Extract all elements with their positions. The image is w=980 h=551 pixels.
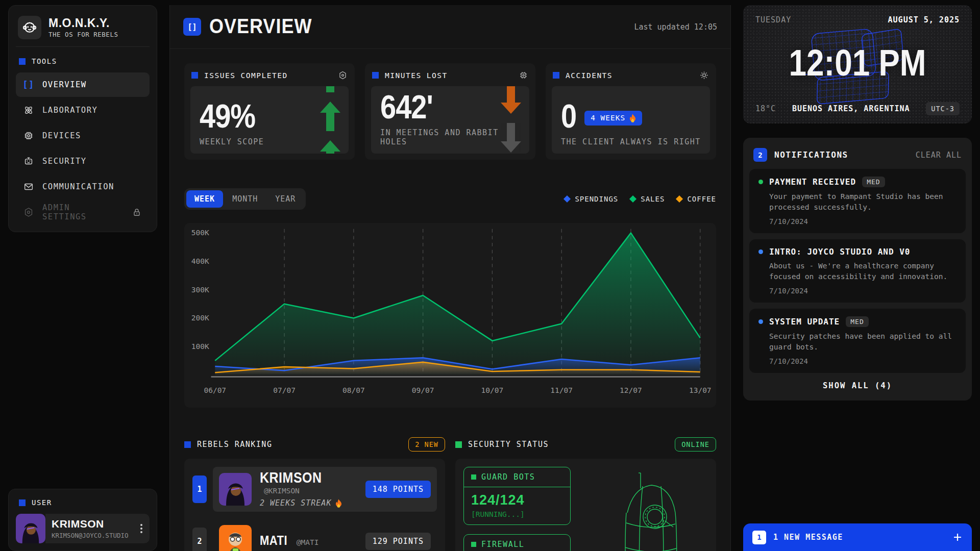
main-panel: [] OVERVIEW Last updated 12:05 ISSUES CO…	[169, 5, 731, 551]
monkey-logo-icon	[18, 16, 41, 39]
location-label: BUENOS AIRES, ARGENTINA	[776, 104, 926, 113]
overview-brackets-icon: []	[183, 18, 201, 36]
legend-coffee: COFFEE	[677, 195, 716, 203]
sidebar-item-label: ADMIN SETTINGS	[42, 203, 115, 221]
status-dot-icon	[758, 180, 763, 184]
user-meta: KRIMSON KRIMSON@JOYCO.STUDIO	[45, 514, 150, 543]
stat-caption: WEEKLY SCOPE	[200, 137, 339, 146]
time-display: 12:01 PM	[789, 42, 926, 84]
lock-icon	[131, 207, 142, 218]
app-subtitle: THE OS FOR REBELS	[48, 31, 118, 38]
settings-hexagon-icon[interactable]	[338, 70, 348, 80]
stat-title: ISSUES COMPLETED	[204, 71, 288, 80]
chart-legend: SPENDINGS SALES COFFEE	[565, 195, 716, 203]
stat-card-accidents: ACCIDENTS 0 4 WEEKS THE CLIENT ALWAYS IS…	[546, 63, 716, 160]
notification-item-payment[interactable]: PAYMENT RECEIVED MED Your payment to Ram…	[749, 169, 966, 233]
show-all-button[interactable]: SHOW ALL (4)	[749, 373, 966, 394]
notification-body: Your payment to Rampant Studio has been …	[769, 191, 957, 213]
trend-down-arrows	[501, 86, 521, 154]
tab-year[interactable]: YEAR	[267, 190, 304, 208]
online-badge: ONLINE	[675, 437, 716, 452]
new-badge: 2 NEW	[408, 437, 445, 452]
stat-value: 49%	[200, 100, 255, 133]
ranking-row-1[interactable]: 1	[192, 467, 437, 512]
stat-card-minutes: MINUTES LOST 642' IN MEETINGS AND RABBIT…	[365, 63, 535, 160]
notification-title: SYSTEM UPDATE	[769, 317, 840, 327]
avatar	[219, 473, 252, 506]
message-label: 1 NEW MESSAGE	[773, 533, 843, 542]
stat-value: 0	[561, 100, 576, 133]
chip-icon	[23, 130, 34, 141]
tools-section-label: TOOLS	[19, 57, 146, 65]
sidebar-main-card: M.O.N.K.Y. THE OS FOR REBELS TOOLS [] OV…	[8, 5, 157, 232]
chart-canvas: 100K200K300K400K500K06/0707/0708/0709/07…	[188, 226, 712, 405]
svg-text:200K: 200K	[191, 313, 209, 322]
message-count-badge: 1	[752, 531, 766, 544]
security-title: SECURITY STATUS	[468, 440, 549, 449]
svg-text:06/07: 06/07	[204, 386, 226, 394]
green-square-icon	[471, 542, 476, 547]
tab-week[interactable]: WEEK	[186, 190, 223, 208]
svg-text:09/07: 09/07	[412, 386, 434, 394]
stat-caption: IN MEETINGS AND RABBIT HOLES	[380, 128, 520, 146]
stats-row: ISSUES COMPLETED 49% WEEKLY SCOPE	[184, 63, 716, 160]
main-header: [] OVERVIEW Last updated 12:05	[170, 5, 730, 49]
fire-icon	[629, 114, 636, 122]
plus-icon[interactable]	[952, 532, 963, 542]
user-profile[interactable]: KRIMSON KRIMSON@JOYCO.STUDIO	[16, 514, 150, 543]
kebab-menu-icon[interactable]	[138, 522, 144, 535]
svg-text:500K: 500K	[191, 228, 209, 237]
notification-title: INTRO: JOYCO STUDIO AND V0	[769, 247, 910, 257]
utc-badge: UTC-3	[926, 102, 960, 115]
clear-all-button[interactable]: CLEAR ALL	[916, 151, 962, 160]
sidebar-item-security[interactable]: SECURITY	[16, 149, 150, 173]
sidebar-item-laboratory[interactable]: LABORATORY	[16, 98, 150, 122]
logo: M.O.N.K.Y. THE OS FOR REBELS	[16, 13, 150, 47]
rebel-handle: @KRIMSON	[264, 487, 300, 495]
sidebar-item-overview[interactable]: [] OVERVIEW	[16, 72, 150, 97]
date-label: AUGUST 5, 2025	[888, 15, 960, 24]
new-message-bar[interactable]: 1 1 NEW MESSAGE	[743, 523, 972, 551]
notification-count-badge: 2	[753, 148, 767, 162]
notification-item-system[interactable]: SYSTEM UPDATE MED Security patches have …	[749, 309, 966, 373]
legend-sales: SALES	[630, 195, 665, 203]
sidebar-item-communication[interactable]: COMMUNICATION	[16, 174, 150, 199]
blue-square-icon	[19, 58, 26, 65]
tab-month[interactable]: MONTH	[224, 190, 266, 208]
svg-text:07/07: 07/07	[273, 386, 296, 394]
notification-date: 7/10/2024	[769, 217, 957, 226]
rank-badge: 2	[192, 528, 207, 551]
avatar	[16, 514, 45, 543]
atom-icon	[23, 105, 34, 116]
priority-tag: MED	[862, 177, 885, 187]
page-title: OVERVIEW	[209, 14, 312, 38]
svg-text:300K: 300K	[191, 285, 209, 294]
trend-up-arrows	[320, 86, 340, 154]
sidebar-item-label: DEVICES	[42, 131, 81, 140]
user-name: KRIMSON	[52, 518, 129, 530]
stat-title: ACCIDENTS	[566, 71, 612, 80]
right-panel: TUESDAY AUGUST 5, 2025 12:01 PM 1	[743, 5, 972, 551]
notification-item-intro[interactable]: INTRO: JOYCO STUDIO AND V0 About us - We…	[749, 239, 966, 303]
ranking-row-2[interactable]: 2	[192, 521, 437, 551]
streak-badge: 4 WEEKS	[584, 111, 642, 126]
settings-chip-icon[interactable]	[519, 70, 528, 80]
hexagon-gear-icon	[23, 207, 34, 218]
fire-icon	[335, 499, 342, 508]
notifications-panel: 2 NOTIFICATIONS CLEAR ALL PAYMENT RECEIV…	[743, 138, 972, 400]
robot-icon	[23, 156, 34, 167]
sidebar-item-devices[interactable]: DEVICES	[16, 123, 150, 148]
blue-square-icon	[553, 72, 559, 79]
user-email: KRIMSON@JOYCO.STUDIO	[52, 532, 129, 539]
stat-title: MINUTES LOST	[385, 71, 448, 80]
status-dot-icon	[758, 319, 763, 324]
guard-bots-module: GUARD BOTS 124/124 [RUNNING...]	[463, 467, 571, 525]
svg-text:08/07: 08/07	[342, 386, 365, 394]
settings-sun-icon[interactable]	[699, 70, 709, 80]
security-panel: GUARD BOTS 124/124 [RUNNING...] FIREWALL	[455, 459, 716, 551]
sidebar-item-admin-settings[interactable]: ADMIN SETTINGS	[16, 200, 150, 224]
temperature-label: 18°C	[755, 104, 776, 113]
svg-text:11/07: 11/07	[550, 386, 573, 394]
diamond-icon	[676, 195, 683, 203]
brackets-icon: []	[23, 79, 34, 90]
